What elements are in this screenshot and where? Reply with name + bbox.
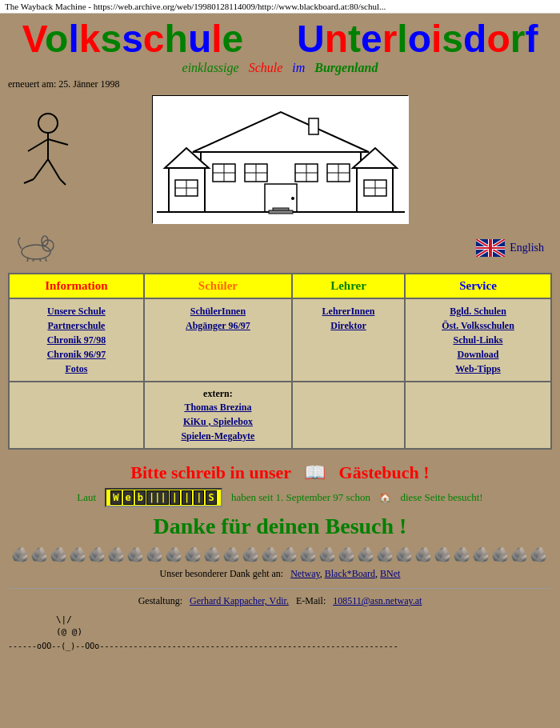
th-service: Service [405,274,551,298]
email-label: E-Mail: [296,595,326,606]
td-empty2 [292,382,405,449]
school-svg [153,96,409,224]
link-schul-links[interactable]: Schul-Links [412,333,544,347]
counter-text-end: diese Seite besucht! [400,491,482,504]
extern-label: extern: [203,388,233,399]
danke-text: Danke für deinen Besuch ! [8,514,552,539]
wayback-bar: The Wayback Machine - https://web.archiv… [0,0,560,14]
link-fotos[interactable]: Fotos [16,362,137,376]
svg-line-44 [40,259,42,262]
counter-display: Web||||||S [105,488,222,507]
ascii-art: \|/ (@ @) [8,614,552,638]
ascii-line1: \|/ [56,614,552,626]
link-thomas-brezina[interactable]: Thomas Brezina [151,400,285,414]
svg-point-0 [38,114,58,133]
counter-text-after: haben seit 1. September 97 schon [231,491,370,504]
link-download[interactable]: Download [412,347,544,362]
link-blackboard[interactable]: Black*Board [325,568,375,579]
svg-line-45 [46,258,47,262]
footer-section: Gestaltung: Gerhard Kappacher, Vdir. E-M… [8,588,552,607]
book-icon: 📖 [304,462,326,483]
dog-english-row: English [8,230,552,266]
svg-line-42 [26,258,28,262]
counter-row: Laut Web||||||S haben seit 1. September … [8,488,552,507]
link-spielen-megabyte[interactable]: Spielen-Megabyte [151,429,285,443]
td-schueler-links: SchülerInnen Abgänger 96/97 [144,298,292,382]
link-partnerschule[interactable]: Partnerschule [16,318,137,333]
link-lehrerinnen[interactable]: LehrerInnen [299,304,398,318]
td-lehrer-links: LehrerInnen Direktor [292,298,405,382]
visitor-icon: 🏠 [379,492,391,504]
link-chronik-9697[interactable]: Chronik 96/97 [16,347,137,362]
svg-rect-54 [489,239,492,257]
th-lehrer: Lehrer [292,274,405,298]
svg-line-7 [60,179,66,185]
guestbook-section: Bitte schreib in unser 📖 Gästebuch ! Lau… [8,462,552,580]
subtitle: einklassige Schule im Burgenland [8,61,552,75]
link-unsere-schule[interactable]: Unsere Schule [16,304,137,318]
uk-flag-icon [476,239,505,257]
title-block: Volksschule Unterloisdorf einklassige Sc… [8,17,552,75]
thanks-links: Unser besonderer Dank geht an: Netway, B… [8,568,552,580]
school-drawing [152,95,408,223]
th-schueler: Schüler [144,274,292,298]
svg-line-4 [34,159,48,179]
td-info-links: Unsere Schule Partnerschule Chronik 97/9… [9,298,144,382]
link-bnet[interactable]: BNet [380,568,400,579]
guestbook-text: Bitte schreib in unser 📖 Gästebuch ! [8,462,552,483]
gestaltung-label: Gestaltung: [138,595,182,606]
school-image-section [8,95,552,223]
svg-line-5 [48,159,60,179]
ascii-line2: (@ @) [56,626,552,638]
svg-rect-37 [269,210,293,214]
stick-figure-svg [16,111,80,191]
svg-point-39 [22,245,50,259]
designer-link[interactable]: Gerhard Kappacher, Vdir. [190,595,289,606]
stones-row: 🪨🪨🪨🪨🪨🪨🪨🪨🪨🪨🪨🪨🪨🪨🪨🪨🪨🪨🪨🪨🪨🪨🪨🪨🪨🪨🪨🪨 [8,546,552,563]
td-service-links: Bgld. Schulen Öst. Volksschulen Schul-Li… [405,298,551,382]
link-bgld-schulen[interactable]: Bgld. Schulen [412,304,544,318]
svg-point-16 [291,197,294,200]
link-schulerinnen[interactable]: SchülerInnen [151,304,285,318]
link-netway[interactable]: Netway [290,568,320,579]
thanks-text: Unser besonderer Dank geht an: [160,568,284,579]
link-web-tipps[interactable]: Web-Tipps [412,362,544,376]
td-extern: extern: Thomas Brezina KiKu , Spielebox … [144,382,292,449]
last-updated: erneuert am: 25. Jänner 1998 [8,78,552,90]
link-chronik-9798[interactable]: Chronik 97/98 [16,333,137,347]
td-empty3 [405,382,551,449]
english-link[interactable]: English [476,239,544,257]
link-direktor[interactable]: Direktor [299,318,398,333]
dog-icon [16,230,56,266]
main-title: Volksschule Unterloisdorf [8,17,552,61]
email-link[interactable]: 108511@asn.netway.at [333,595,422,606]
nav-table: Information Schüler Lehrer Service Unser… [8,273,552,450]
link-oest-volksschulen[interactable]: Öst. Volksschulen [412,318,544,333]
th-information: Information [9,274,144,298]
svg-line-3 [48,139,68,145]
stick-figure [16,111,80,194]
bottom-line: ------oOO--(_)--OOo---------------------… [8,642,552,650]
link-abgaenger[interactable]: Abgänger 96/97 [151,318,285,333]
dog-svg [16,230,56,262]
svg-line-6 [24,179,34,183]
svg-rect-38 [309,118,318,134]
link-kiku-spielebox[interactable]: KiKu , Spielebox [151,414,285,429]
svg-line-2 [28,139,48,151]
english-label: English [510,242,544,254]
td-empty1 [9,382,144,449]
counter-text-before: Laut [77,491,96,504]
